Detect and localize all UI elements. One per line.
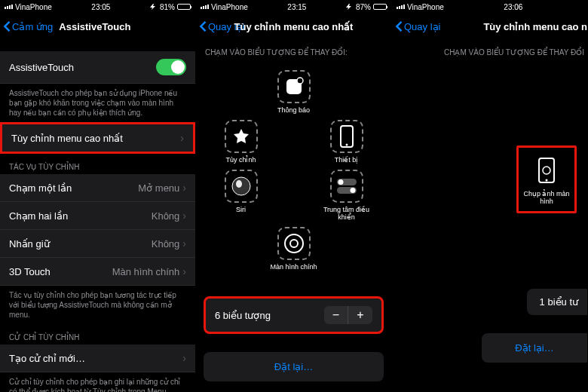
description-text: Tác vụ tùy chỉnh cho phép bạn tương tác … [0,286,195,324]
svg-point-3 [345,144,348,146]
icon-siri[interactable]: Siri [211,170,271,221]
section-header-actions: TÁC VỤ TÙY CHỈNH [0,154,195,174]
action-row-3d-touch[interactable]: 3D Touch Màn hình chính› [0,258,195,286]
reset-button[interactable]: Đặt lại… [204,352,384,381]
icon-label: Siri [236,206,246,213]
action-value: Không [152,210,180,222]
page-title: AssistiveTouch [59,21,130,32]
icon-home[interactable]: Màn hình chính [264,227,324,271]
section-header-gestures: CỬ CHỈ TÙY CHỈNH [0,324,195,345]
icon-label: Thiết bị [335,156,359,164]
svg-point-10 [350,188,355,193]
action-label: 3D Touch [9,266,51,277]
icon-device[interactable]: Thiết bị [317,120,377,164]
icon-label: Chụp ảnh màn hình [522,190,571,205]
bolt-icon [150,4,158,10]
svg-point-1 [297,78,303,84]
status-time: 23:05 [91,3,110,11]
nav-bar: Cảm ứng AssistiveTouch [0,14,195,39]
status-time: 23:06 [504,3,522,11]
action-label: Nhấn giữ [9,238,50,250]
action-value: Mở menu [138,182,179,194]
increment-button[interactable]: + [348,306,372,324]
action-value: Không [152,238,180,250]
action-row-single-tap[interactable]: Chạm một lần Mở menu› [0,174,195,202]
action-row-long-press[interactable]: Nhấn giữ Không› [0,230,195,258]
svg-point-14 [543,167,550,174]
icon-notification[interactable]: Thông báo [264,70,324,114]
svg-point-6 [236,180,242,188]
page-title: Tùy chỉnh menu cao n [483,21,587,32]
icon-screenshot[interactable]: Chụp ảnh màn hình [516,145,577,213]
battery-icon [177,4,191,10]
tap-to-change-header: CHẠM VÀO BIỂU TƯỢNG ĐỂ THAY ĐỔI [392,39,587,60]
icon-custom[interactable]: Tùy chỉnh [211,120,271,164]
action-row-double-tap[interactable]: Chạm hai lần Không› [0,202,195,230]
icon-stepper: − + [324,306,372,324]
status-bar: VinaPhone 23:15 87% [196,0,391,14]
description-text: AssistiveTouch cho phép bạn sử dụng iPho… [0,84,195,122]
signal-icon [397,5,405,9]
back-button[interactable]: Cảm ứng [3,21,53,32]
reset-button[interactable]: Đặt lại… [482,333,587,363]
decrement-button[interactable]: − [324,306,348,324]
status-bar: VinaPhone 23:05 81% [0,0,195,14]
back-label: Cảm ứng [12,21,53,32]
page-title: Tùy chỉnh menu cao nhất [234,21,354,32]
action-label: Chạm một lần [9,182,72,194]
carrier: VinaPhone [211,3,248,11]
svg-point-8 [338,179,343,185]
icon-grid: Thông báo Tùy chỉnh Thiết bị Siri Trung … [196,60,391,281]
create-gesture-row[interactable]: Tạo cử chỉ mới… › [0,345,195,372]
status-bar: VinaPhone 23:06 [392,0,587,14]
chevron-right-icon: › [180,132,184,144]
back-label: Quay lại [404,21,440,32]
icon-label: Thông báo [277,106,310,114]
assistivetouch-toggle-row[interactable]: AssistiveTouch [0,51,195,84]
toggle-switch[interactable] [156,59,186,75]
icon-label: Tùy chỉnh [225,156,256,164]
svg-point-15 [546,179,548,182]
svg-rect-13 [539,158,554,182]
battery-pct: 87% [356,3,371,11]
counter-label: 1 biểu tư [540,296,578,308]
icon-spacer [271,120,317,164]
carrier: VinaPhone [15,3,52,11]
icon-counter-row: 1 biểu tư [527,289,587,315]
gesture-label: Tạo cử chỉ mới… [9,353,85,364]
icon-counter-row: 6 biểu tượng − + [204,296,384,334]
battery-pct: 81% [160,3,175,11]
chevron-right-icon: › [182,237,186,250]
customize-menu-row[interactable]: Tùy chỉnh menu cao nhất › [0,122,195,154]
back-button[interactable]: Quay lại [395,21,440,32]
tap-to-change-header: CHẠM VÀO BIỂU TƯỢNG ĐỂ THAY ĐỔI: [196,39,391,60]
svg-point-12 [290,240,298,247]
signal-icon [5,5,13,9]
toggle-label: AssistiveTouch [9,62,74,73]
signal-icon [201,5,209,9]
svg-point-11 [285,234,303,253]
status-time: 23:15 [287,3,306,11]
icon-control-center[interactable]: Trung tâm điều khiển [317,170,377,221]
screen-customize-menu: VinaPhone 23:15 87% Quay lại Tùy chỉnh m… [196,0,392,392]
bolt-icon [346,4,354,10]
chevron-right-icon: › [182,210,186,222]
icon-label: Màn hình chính [270,263,317,271]
nav-bar: Quay lại Tùy chỉnh menu cao n [392,14,587,39]
nav-bar: Quay lại Tùy chỉnh menu cao nhất [196,14,391,39]
action-label: Chạm hai lần [9,210,68,222]
icon-label: Trung tâm điều khiển [317,206,377,221]
battery-icon [373,4,387,10]
description-text: Cử chỉ tùy chỉnh cho phép bạn ghi lại nh… [0,372,195,392]
icon-spacer [271,170,317,221]
chevron-right-icon: › [182,265,186,277]
chevron-right-icon: › [182,182,186,194]
screen-assistivetouch: VinaPhone 23:05 81% Cảm ứng AssistiveTou… [0,0,196,392]
customize-label: Tùy chỉnh menu cao nhất [11,133,123,144]
screen-customize-menu-single: VinaPhone 23:06 Quay lại Tùy chỉnh menu … [392,0,588,392]
counter-label: 6 biểu tượng [215,310,271,321]
action-value: Màn hình chính [112,266,180,277]
chevron-right-icon: › [182,352,186,364]
carrier: VinaPhone [407,3,444,11]
